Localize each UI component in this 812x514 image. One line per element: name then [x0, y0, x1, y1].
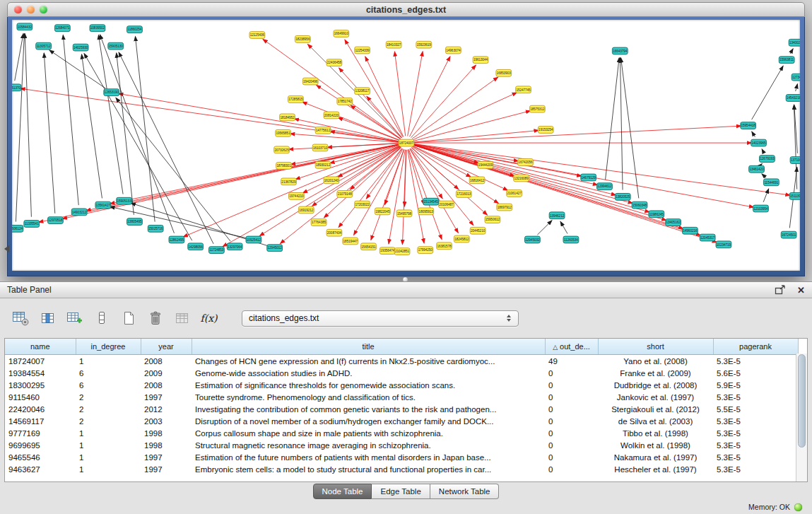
graph-node[interactable]: 12945032: [524, 236, 540, 243]
table-mode-icon[interactable]: [92, 309, 111, 327]
graph-node[interactable]: 10936124: [12, 225, 23, 232]
graph-node[interactable]: 16103710: [312, 144, 328, 151]
graph-node[interactable]: 14023965: [751, 139, 767, 146]
close-window-button[interactable]: [14, 6, 22, 13]
tab-edge-table[interactable]: Edge Table: [372, 484, 430, 499]
graph-node[interactable]: 18697912: [497, 204, 512, 211]
graph-node[interactable]: 14298056: [188, 243, 204, 250]
graph-node[interactable]: 22406458: [326, 59, 342, 66]
graph-node[interactable]: 20087434: [326, 229, 342, 236]
table-row[interactable]: 911546021997Tourette syndrome. Phenomeno…: [5, 391, 798, 403]
graph-node[interactable]: 12653190: [104, 89, 119, 96]
graph-node[interactable]: 15025716: [148, 225, 163, 232]
table-row[interactable]: 977716911998Corpus callosum shape and si…: [5, 427, 798, 439]
graph-node[interactable]: 18238956: [295, 35, 310, 42]
table-row[interactable]: 969969511998Structural magnetic resonanc…: [5, 439, 798, 451]
graph-node[interactable]: 20106487: [439, 201, 454, 208]
graph-node[interactable]: 15963811: [779, 57, 794, 64]
graph-node[interactable]: 19356474: [379, 247, 395, 255]
graph-node[interactable]: 12862495: [169, 236, 184, 243]
zoom-window-button[interactable]: [40, 6, 47, 13]
graph-node[interactable]: 16649910: [334, 30, 349, 37]
close-panel-icon[interactable]: ✕: [797, 285, 805, 296]
column-header-out_degree[interactable]: △out_de...: [545, 339, 598, 355]
graph-node[interactable]: 15247745: [516, 86, 531, 93]
graph-node[interactable]: 16201240: [324, 177, 339, 184]
graph-node[interactable]: 17216013: [456, 191, 471, 198]
graph-node[interactable]: 18410327: [386, 41, 401, 48]
delete-column-icon[interactable]: [146, 309, 165, 327]
function-builder-icon[interactable]: f(x): [199, 309, 218, 327]
new-column-icon[interactable]: [119, 309, 138, 327]
graph-node[interactable]: 18724007: [399, 139, 414, 146]
graph-node[interactable]: 13820525: [615, 193, 630, 200]
graph-node[interactable]: 12051370: [12, 84, 21, 91]
graph-node[interactable]: 11305712: [36, 42, 52, 49]
graph-node[interactable]: 11335541: [24, 221, 40, 228]
graph-node[interactable]: 11544691: [763, 179, 779, 186]
scrollbar-thumb[interactable]: [798, 354, 806, 448]
table-row[interactable]: 1456911722003Disruption of a novel membe…: [5, 415, 798, 427]
column-header-year[interactable]: year: [141, 339, 192, 355]
graph-node[interactable]: 14960216: [682, 227, 698, 234]
graph-node[interactable]: 16724501: [781, 231, 796, 238]
graph-node[interactable]: 19744210: [288, 192, 304, 199]
graph-node[interactable]: 19613044: [473, 57, 488, 64]
graph-node[interactable]: 18095913: [418, 208, 434, 215]
graph-node[interactable]: 17994250: [418, 247, 433, 254]
window-titlebar[interactable]: citations_edges.txt: [7, 2, 805, 17]
graph-node[interactable]: 19420496: [302, 78, 318, 85]
network-canvas[interactable]: 1872400718410327122543392240645819420496…: [12, 20, 800, 271]
graph-node[interactable]: 18575312: [529, 105, 545, 112]
graph-node[interactable]: 12679193: [760, 156, 775, 163]
graph-node[interactable]: 13400219: [789, 39, 800, 46]
edit-table-icon[interactable]: [65, 309, 84, 327]
graph-node[interactable]: 21061427: [507, 190, 522, 197]
table-row[interactable]: 1830029562008Estimation of significance …: [5, 379, 798, 391]
graph-node[interactable]: 13461420: [749, 165, 765, 173]
graph-node[interactable]: 13946212: [549, 212, 565, 219]
graph-node[interactable]: 15923619: [416, 41, 432, 48]
graph-node[interactable]: 14543218: [786, 95, 800, 102]
graph-node[interactable]: 12970518: [48, 217, 64, 224]
graph-node[interactable]: 12994612: [597, 183, 613, 190]
graph-node[interactable]: 20814220: [324, 112, 339, 119]
graph-node[interactable]: 13405162: [666, 219, 681, 226]
table-selector[interactable]: citations_edges.txt: [242, 310, 519, 327]
graph-node[interactable]: 10234719: [716, 241, 731, 248]
minimize-window-button[interactable]: [27, 6, 35, 13]
graph-node[interactable]: 13710691: [790, 157, 800, 164]
graph-node[interactable]: 12103954: [753, 205, 769, 212]
graph-node[interactable]: 20732625: [274, 146, 290, 153]
graph-node[interactable]: 17851742: [337, 98, 353, 105]
graph-node[interactable]: 13208117: [355, 88, 370, 95]
select-columns-icon[interactable]: [38, 309, 57, 327]
graph-node[interactable]: 12945012: [267, 245, 283, 252]
graph-node[interactable]: 14775612: [315, 127, 331, 134]
graph-node[interactable]: 12734410: [792, 74, 800, 81]
graph-node[interactable]: 12045317: [700, 234, 715, 241]
float-panel-icon[interactable]: [775, 285, 786, 295]
table-row[interactable]: 1872400712008Changes of HCN gene express…: [5, 355, 798, 368]
graph-node[interactable]: 17764385: [311, 219, 326, 226]
graph-node[interactable]: 12684071: [54, 25, 70, 32]
tab-network-table[interactable]: Network Table: [430, 484, 500, 499]
graph-node[interactable]: 14679129: [581, 174, 596, 181]
table-row[interactable]: 2242004622012Investigating the contribut…: [5, 403, 798, 415]
import-table-icon[interactable]: [172, 309, 192, 327]
graph-node[interactable]: 13561427: [95, 201, 111, 209]
graph-node[interactable]: 14903212: [71, 209, 87, 216]
graph-node[interactable]: 15905133: [117, 197, 132, 204]
graph-node[interactable]: 17285815: [288, 96, 303, 103]
column-header-title[interactable]: title: [192, 339, 545, 355]
graph-node[interactable]: 13216089: [514, 175, 529, 182]
graph-node[interactable]: 10925412: [246, 236, 261, 243]
graph-node[interactable]: 11260534: [563, 236, 579, 243]
graph-node[interactable]: 13805495: [127, 218, 143, 226]
column-header-pagerank[interactable]: pagerank: [713, 339, 798, 355]
table-options-icon[interactable]: [11, 309, 30, 327]
graph-node[interactable]: 18930212: [315, 161, 331, 168]
graph-node[interactable]: 18245812: [454, 235, 469, 243]
graph-node[interactable]: 19822045: [375, 208, 390, 215]
graph-node[interactable]: 13297064: [227, 243, 242, 250]
